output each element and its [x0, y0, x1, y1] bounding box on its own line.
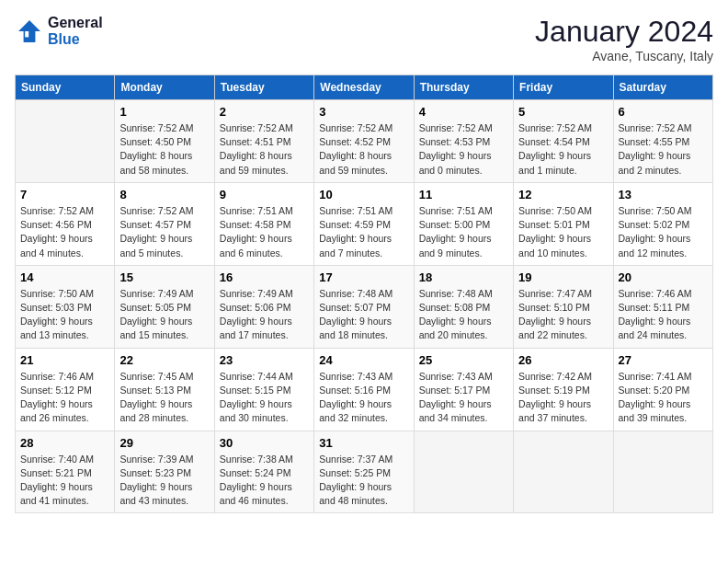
day-cell: 9Sunrise: 7:51 AM Sunset: 4:58 PM Daylig…	[214, 182, 313, 265]
day-cell: 15Sunrise: 7:49 AM Sunset: 5:05 PM Dayli…	[115, 265, 214, 348]
logo-icon	[15, 17, 44, 46]
day-number: 20	[619, 270, 708, 284]
day-number: 23	[220, 353, 309, 367]
day-info: Sunrise: 7:52 AM Sunset: 4:53 PM Dayligh…	[419, 121, 508, 178]
week-row-5: 28Sunrise: 7:40 AM Sunset: 5:21 PM Dayli…	[16, 431, 713, 513]
day-number: 30	[220, 436, 309, 450]
day-number: 8	[119, 188, 209, 201]
day-cell	[414, 431, 513, 513]
day-info: Sunrise: 7:39 AM Sunset: 5:23 PM Dayligh…	[119, 453, 209, 509]
svg-marker-0	[18, 20, 40, 42]
header-monday: Monday	[115, 75, 214, 100]
day-number: 28	[20, 436, 109, 450]
day-cell: 14Sunrise: 7:50 AM Sunset: 5:03 PM Dayli…	[16, 265, 115, 348]
day-number: 10	[319, 188, 408, 201]
day-number: 19	[518, 270, 608, 284]
day-info: Sunrise: 7:37 AM Sunset: 5:25 PM Dayligh…	[319, 453, 408, 509]
day-info: Sunrise: 7:52 AM Sunset: 4:52 PM Dayligh…	[319, 121, 408, 178]
day-number: 7	[20, 188, 109, 201]
day-number: 31	[319, 436, 408, 450]
day-info: Sunrise: 7:48 AM Sunset: 5:07 PM Dayligh…	[319, 287, 408, 343]
day-info: Sunrise: 7:50 AM Sunset: 5:02 PM Dayligh…	[619, 204, 708, 260]
svg-rect-1	[25, 31, 28, 37]
day-info: Sunrise: 7:49 AM Sunset: 5:06 PM Dayligh…	[220, 287, 309, 343]
header-friday: Friday	[514, 75, 613, 100]
day-info: Sunrise: 7:52 AM Sunset: 4:50 PM Dayligh…	[119, 121, 209, 178]
day-number: 16	[220, 270, 309, 284]
day-cell: 23Sunrise: 7:44 AM Sunset: 5:15 PM Dayli…	[214, 348, 313, 431]
day-number: 29	[119, 436, 209, 450]
day-cell: 20Sunrise: 7:46 AM Sunset: 5:11 PM Dayli…	[613, 265, 712, 348]
svg-rect-2	[30, 31, 34, 40]
day-info: Sunrise: 7:44 AM Sunset: 5:15 PM Dayligh…	[220, 370, 309, 426]
header-thursday: Thursday	[414, 75, 513, 100]
day-info: Sunrise: 7:40 AM Sunset: 5:21 PM Dayligh…	[20, 453, 109, 509]
header-row: SundayMondayTuesdayWednesdayThursdayFrid…	[16, 75, 713, 100]
day-number: 5	[518, 105, 608, 119]
day-info: Sunrise: 7:41 AM Sunset: 5:20 PM Dayligh…	[619, 370, 708, 426]
day-cell: 25Sunrise: 7:43 AM Sunset: 5:17 PM Dayli…	[414, 348, 513, 431]
day-cell: 19Sunrise: 7:47 AM Sunset: 5:10 PM Dayli…	[514, 265, 613, 348]
day-info: Sunrise: 7:51 AM Sunset: 5:00 PM Dayligh…	[419, 204, 508, 260]
day-number: 18	[419, 270, 508, 284]
day-cell: 18Sunrise: 7:48 AM Sunset: 5:08 PM Dayli…	[414, 265, 513, 348]
day-number: 15	[119, 270, 209, 284]
month-title: January 2024	[535, 15, 713, 49]
day-cell	[514, 431, 613, 513]
location-subtitle: Avane, Tuscany, Italy	[535, 49, 713, 63]
day-info: Sunrise: 7:45 AM Sunset: 5:13 PM Dayligh…	[119, 370, 209, 426]
day-info: Sunrise: 7:38 AM Sunset: 5:24 PM Dayligh…	[220, 453, 309, 509]
day-info: Sunrise: 7:50 AM Sunset: 5:01 PM Dayligh…	[518, 204, 608, 260]
day-info: Sunrise: 7:52 AM Sunset: 4:56 PM Dayligh…	[20, 204, 109, 260]
day-number: 27	[619, 353, 708, 367]
day-number: 24	[319, 353, 408, 367]
header-wednesday: Wednesday	[314, 75, 414, 100]
day-number: 9	[220, 188, 309, 201]
day-cell: 30Sunrise: 7:38 AM Sunset: 5:24 PM Dayli…	[214, 431, 313, 513]
day-cell: 4Sunrise: 7:52 AM Sunset: 4:53 PM Daylig…	[414, 100, 513, 183]
day-cell: 22Sunrise: 7:45 AM Sunset: 5:13 PM Dayli…	[115, 348, 214, 431]
week-row-2: 7Sunrise: 7:52 AM Sunset: 4:56 PM Daylig…	[16, 182, 713, 265]
day-number: 3	[319, 105, 408, 119]
day-number: 21	[20, 353, 109, 367]
day-cell: 31Sunrise: 7:37 AM Sunset: 5:25 PM Dayli…	[314, 431, 414, 513]
day-info: Sunrise: 7:52 AM Sunset: 4:55 PM Dayligh…	[619, 121, 708, 178]
day-cell	[16, 100, 115, 183]
day-cell: 21Sunrise: 7:46 AM Sunset: 5:12 PM Dayli…	[16, 348, 115, 431]
day-info: Sunrise: 7:51 AM Sunset: 4:58 PM Dayligh…	[220, 204, 309, 260]
day-number: 1	[119, 105, 209, 119]
day-info: Sunrise: 7:42 AM Sunset: 5:19 PM Dayligh…	[518, 370, 608, 426]
day-number: 25	[419, 353, 508, 367]
day-number: 26	[518, 353, 608, 367]
logo-general: General	[48, 15, 103, 31]
day-cell: 17Sunrise: 7:48 AM Sunset: 5:07 PM Dayli…	[314, 265, 414, 348]
day-cell: 12Sunrise: 7:50 AM Sunset: 5:01 PM Dayli…	[514, 182, 613, 265]
day-cell: 11Sunrise: 7:51 AM Sunset: 5:00 PM Dayli…	[414, 182, 513, 265]
day-info: Sunrise: 7:49 AM Sunset: 5:05 PM Dayligh…	[119, 287, 209, 343]
week-row-3: 14Sunrise: 7:50 AM Sunset: 5:03 PM Dayli…	[16, 265, 713, 348]
day-number: 2	[220, 105, 309, 119]
day-cell: 3Sunrise: 7:52 AM Sunset: 4:52 PM Daylig…	[314, 100, 414, 183]
header-sunday: Sunday	[16, 75, 115, 100]
day-info: Sunrise: 7:43 AM Sunset: 5:17 PM Dayligh…	[419, 370, 508, 426]
day-cell: 1Sunrise: 7:52 AM Sunset: 4:50 PM Daylig…	[115, 100, 214, 183]
day-cell: 29Sunrise: 7:39 AM Sunset: 5:23 PM Dayli…	[115, 431, 214, 513]
logo-text: General Blue	[48, 15, 103, 47]
day-info: Sunrise: 7:52 AM Sunset: 4:54 PM Dayligh…	[518, 121, 608, 178]
day-info: Sunrise: 7:46 AM Sunset: 5:11 PM Dayligh…	[619, 287, 708, 343]
day-number: 14	[20, 270, 109, 284]
day-info: Sunrise: 7:46 AM Sunset: 5:12 PM Dayligh…	[20, 370, 109, 426]
page-header: General Blue January 2024 Avane, Tuscany…	[15, 15, 713, 63]
day-number: 13	[619, 188, 708, 201]
day-info: Sunrise: 7:47 AM Sunset: 5:10 PM Dayligh…	[518, 287, 608, 343]
day-number: 11	[419, 188, 508, 201]
day-cell: 26Sunrise: 7:42 AM Sunset: 5:19 PM Dayli…	[514, 348, 613, 431]
title-section: January 2024 Avane, Tuscany, Italy	[535, 15, 713, 63]
day-info: Sunrise: 7:52 AM Sunset: 4:57 PM Dayligh…	[119, 204, 209, 260]
day-info: Sunrise: 7:50 AM Sunset: 5:03 PM Dayligh…	[20, 287, 109, 343]
day-info: Sunrise: 7:48 AM Sunset: 5:08 PM Dayligh…	[419, 287, 508, 343]
day-cell: 7Sunrise: 7:52 AM Sunset: 4:56 PM Daylig…	[16, 182, 115, 265]
day-number: 12	[518, 188, 608, 201]
day-cell: 27Sunrise: 7:41 AM Sunset: 5:20 PM Dayli…	[613, 348, 712, 431]
day-number: 4	[419, 105, 508, 119]
